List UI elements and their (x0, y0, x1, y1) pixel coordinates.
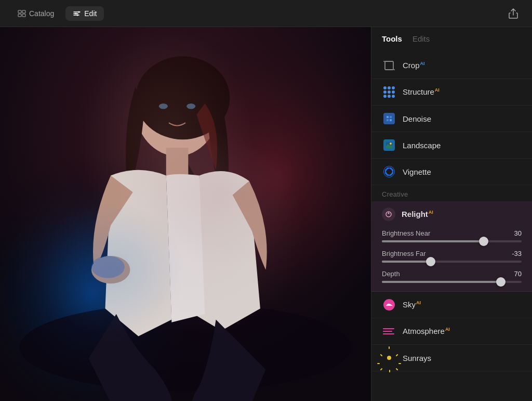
edit-button[interactable]: Edit (65, 6, 104, 21)
svg-point-9 (77, 14, 78, 16)
structure-ai-badge: AI (435, 87, 440, 93)
denoise-svg (385, 115, 393, 122)
relight-label-wrap: RelightAI (402, 210, 433, 219)
sky-label-wrap: SkyAI (403, 300, 421, 309)
svg-rect-3 (22, 14, 25, 17)
structure-label-text: Structure (403, 87, 434, 96)
sky-label: Sky (403, 300, 416, 309)
brightness-far-fill (382, 261, 431, 263)
svg-point-8 (75, 12, 77, 14)
svg-rect-21 (385, 61, 393, 70)
tool-item-structure[interactable]: StructureAI (371, 79, 532, 106)
relight-panel: RelightAI Brightness Near 30 (371, 201, 532, 292)
panel-tabs: Tools Edits (371, 27, 532, 48)
atmosphere-label-wrap: AtmosphereAI (403, 327, 450, 336)
vignette-icon (383, 166, 395, 177)
brightness-far-label: Brightness Far (382, 250, 426, 257)
creative-section-label: Creative (371, 185, 532, 201)
sunrays-icon-wrapper (382, 351, 396, 365)
catalog-icon (18, 10, 26, 17)
tool-label-crop: CropAI (403, 61, 425, 70)
sun-ray-7 (380, 354, 383, 357)
share-button[interactable] (505, 5, 522, 22)
structure-icon-wrapper (382, 85, 396, 99)
svg-rect-2 (18, 14, 21, 17)
atmosphere-icon-wrapper (382, 324, 396, 339)
depth-slider-row: Depth 70 (382, 270, 522, 283)
denoise-icon-wrapper (382, 111, 396, 126)
tool-item-sunrays[interactable]: Sunrays (371, 345, 532, 371)
photo-overlay (0, 27, 371, 401)
depth-labels: Depth 70 (382, 270, 522, 278)
crop-icon-wrapper (382, 58, 396, 73)
atm-line-2 (383, 331, 392, 332)
sky-svg (386, 302, 393, 307)
brightness-near-label: Brightness Near (382, 229, 430, 237)
edit-icon (73, 10, 81, 17)
catalog-button[interactable]: Catalog (10, 6, 61, 21)
tool-item-landscape[interactable]: Landscape (371, 132, 532, 159)
sky-ai-badge: AI (416, 300, 421, 305)
tool-item-sky[interactable]: SkyAI (371, 292, 532, 318)
depth-thumb[interactable] (496, 277, 506, 287)
right-panel: Tools Edits CropAI (371, 27, 532, 401)
svg-point-29 (390, 143, 392, 145)
depth-value: 70 (506, 270, 522, 278)
depth-label: Depth (382, 270, 400, 278)
vignette-label: Vignette (403, 167, 431, 176)
photo-area (0, 27, 371, 401)
atmosphere-icon (383, 325, 395, 338)
sun-core (387, 356, 391, 360)
edit-label: Edit (84, 9, 97, 18)
photo-canvas (0, 27, 371, 401)
brightness-far-slider-row: Brightness Far -33 (382, 250, 522, 263)
sunrays-label: Sunrays (403, 354, 431, 363)
brightness-far-thumb[interactable] (426, 257, 435, 266)
landscape-icon (383, 139, 395, 151)
crop-icon (383, 60, 395, 71)
landscape-label: Landscape (403, 141, 441, 150)
relight-ai-badge: AI (429, 210, 433, 215)
svg-rect-24 (387, 116, 389, 118)
topbar: Catalog Edit (0, 0, 532, 27)
brightness-far-track[interactable] (382, 261, 522, 263)
sun-ray-0 (389, 346, 390, 349)
brightness-near-value: 30 (506, 229, 522, 237)
tool-list: CropAI StructureAI (371, 48, 532, 401)
svg-rect-27 (390, 119, 392, 121)
atm-line-3 (383, 333, 394, 334)
sun-ray-4 (389, 370, 390, 372)
brightness-near-thumb[interactable] (479, 237, 488, 246)
tool-item-denoise[interactable]: Denoise (371, 106, 532, 132)
catalog-label: Catalog (29, 9, 54, 18)
relight-header[interactable]: RelightAI (371, 201, 532, 227)
depth-track[interactable] (382, 281, 522, 283)
sky-icon (383, 299, 395, 311)
landscape-svg (385, 141, 393, 149)
tab-edits[interactable]: Edits (413, 34, 430, 48)
sun-ray-1 (396, 354, 398, 357)
sun-ray-5 (380, 368, 383, 371)
relight-body: Brightness Near 30 Brightness Far -33 (371, 227, 532, 291)
relight-label: Relight (402, 210, 428, 218)
depth-fill (382, 281, 501, 283)
atmosphere-label: Atmosphere (403, 327, 445, 335)
brightness-far-value: -33 (506, 250, 522, 257)
topbar-right (505, 5, 522, 22)
sun-ray-2 (398, 363, 401, 364)
main-content: Tools Edits CropAI (0, 27, 532, 401)
relight-svg (384, 210, 393, 218)
tool-item-atmosphere[interactable]: AtmosphereAI (371, 318, 532, 345)
brightness-near-track[interactable] (382, 240, 522, 242)
svg-rect-26 (387, 119, 389, 121)
denoise-label: Denoise (403, 114, 431, 123)
tool-label-structure: StructureAI (403, 87, 440, 97)
brightness-far-labels: Brightness Far -33 (382, 250, 522, 257)
tool-item-crop[interactable]: CropAI (371, 53, 532, 79)
atmosphere-ai-badge: AI (445, 327, 450, 332)
tool-item-vignette[interactable]: Vignette (371, 159, 532, 185)
sunrays-icon (383, 352, 395, 364)
tab-tools[interactable]: Tools (382, 34, 402, 48)
svg-point-7 (78, 11, 80, 12)
brightness-near-slider-row: Brightness Near 30 (382, 229, 522, 242)
